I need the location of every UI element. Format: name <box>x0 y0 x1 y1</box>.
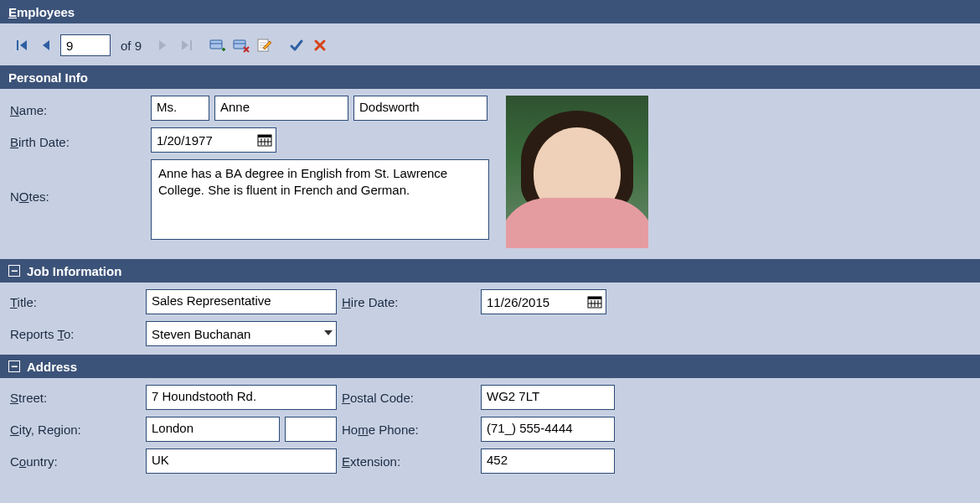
job-info-panel: Title: Sales Representative Hire Date: 1… <box>0 283 980 355</box>
home-phone-field[interactable]: (71_) 555-4444 <box>481 417 615 442</box>
svg-marker-2 <box>43 40 49 50</box>
svg-rect-5 <box>190 40 192 50</box>
first-name-field[interactable]: Anne <box>214 96 348 121</box>
section-header-personal: Personal Info <box>0 65 980 89</box>
country-label: Country: <box>10 454 146 469</box>
svg-marker-34 <box>324 330 333 335</box>
postal-label: Postal Code: <box>342 391 477 405</box>
record-count-label: of 9 <box>121 39 142 53</box>
home-phone-label: Home Phone: <box>342 423 477 437</box>
extension-label: Extension: <box>342 454 477 469</box>
cityregion-label: City, Region: <box>10 423 146 437</box>
courtesy-title-field[interactable]: Ms. <box>151 96 209 121</box>
collapse-icon[interactable]: − <box>8 360 20 372</box>
calendar-icon[interactable] <box>587 294 602 309</box>
last-record-icon[interactable] <box>177 36 195 54</box>
section-title: Address <box>27 360 77 374</box>
collapse-icon[interactable]: − <box>8 265 20 277</box>
next-record-icon[interactable] <box>153 36 172 54</box>
personal-info-panel: Name: Ms. Anne Dodsworth Birth Date: 1/2… <box>0 89 980 259</box>
svg-rect-6 <box>210 40 222 49</box>
street-label: Street: <box>10 391 146 405</box>
country-field[interactable]: UK <box>146 449 337 474</box>
name-label: Name: <box>10 100 146 117</box>
delete-record-icon[interactable] <box>232 36 250 54</box>
extension-field[interactable]: 452 <box>481 449 615 474</box>
city-field[interactable]: London <box>146 417 280 442</box>
region-field[interactable] <box>285 417 337 442</box>
notes-field[interactable]: Anne has a BA degree in English from St.… <box>151 159 489 240</box>
section-header-address: − Address <box>0 355 980 378</box>
birthdate-field[interactable]: 1/20/1977 <box>151 127 276 153</box>
dropdown-icon[interactable] <box>324 330 333 337</box>
job-title-field[interactable]: Sales Representative <box>146 289 337 314</box>
svg-rect-0 <box>17 40 18 50</box>
last-name-field[interactable]: Dodsworth <box>353 96 487 121</box>
postal-code-field[interactable]: WG2 7LT <box>481 385 615 410</box>
svg-rect-29 <box>588 297 601 299</box>
window-title: Employees <box>8 5 75 19</box>
svg-rect-23 <box>258 135 271 137</box>
edit-record-icon[interactable] <box>255 36 274 54</box>
calendar-icon[interactable] <box>257 132 272 148</box>
previous-record-icon[interactable] <box>37 36 55 54</box>
section-title: Personal Info <box>8 70 88 85</box>
svg-marker-1 <box>20 40 27 50</box>
record-number-input[interactable] <box>60 34 111 56</box>
cancel-edit-icon[interactable] <box>311 36 329 54</box>
birthdate-label: Birth Date: <box>10 132 146 149</box>
svg-marker-4 <box>182 40 188 50</box>
add-record-icon[interactable] <box>209 36 227 54</box>
address-panel: Street: 7 Houndstooth Rd. Postal Code: W… <box>0 378 980 474</box>
employee-photo <box>506 96 648 248</box>
window-title-bar: Employees <box>0 0 980 23</box>
first-record-icon[interactable] <box>13 36 32 54</box>
section-title: Job Information <box>27 264 121 278</box>
record-navigator-toolbar: of 9 <box>0 23 980 65</box>
section-header-job: − Job Information <box>0 259 980 283</box>
reportsto-field[interactable]: Steven Buchanan <box>146 321 337 346</box>
hiredate-field[interactable]: 11/26/2015 <box>481 289 606 314</box>
reportsto-label: Reports To: <box>10 327 146 341</box>
end-edit-icon[interactable] <box>287 36 306 54</box>
title-label: Title: <box>10 295 146 309</box>
hiredate-label: Hire Date: <box>342 295 477 309</box>
notes-label: NOtes: <box>10 159 146 204</box>
street-field[interactable]: 7 Houndstooth Rd. <box>146 385 337 410</box>
svg-marker-3 <box>159 40 166 50</box>
